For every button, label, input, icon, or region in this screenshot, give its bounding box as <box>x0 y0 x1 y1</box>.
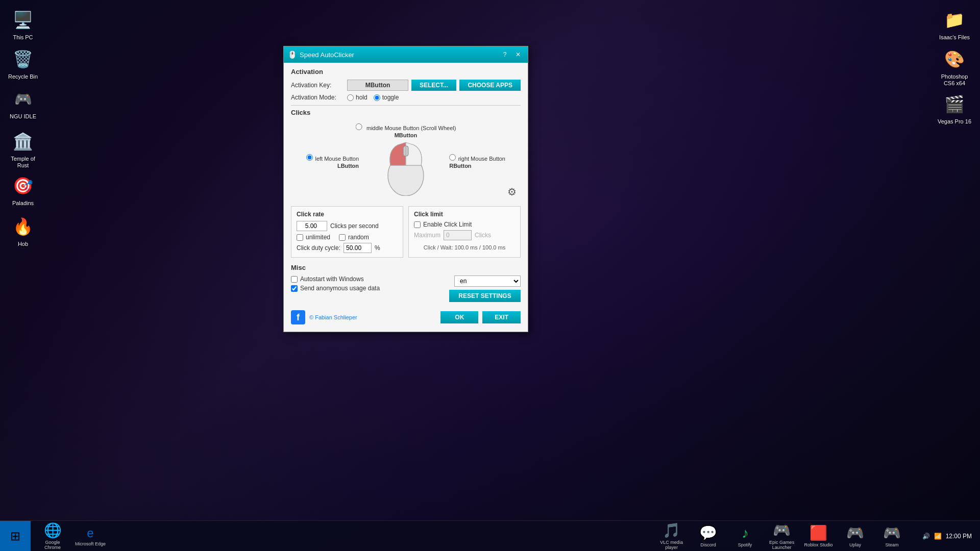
taskbar-roblox[interactable]: 🟥 Roblox Studio <box>801 521 837 551</box>
footer-left: f © Fabian Schlieper <box>291 310 357 324</box>
desktop-icon-hob[interactable]: 🔥 Hob <box>3 212 43 250</box>
temple-rust-label: Temple of Rust <box>5 156 41 169</box>
left-radio[interactable] <box>306 154 313 161</box>
enable-limit-checkbox[interactable] <box>414 221 421 228</box>
help-button[interactable]: ? <box>499 49 510 60</box>
autostart-row: Autostart with Windows <box>291 276 439 283</box>
activation-mode-group: hold toggle <box>347 94 521 101</box>
unlimited-checkbox[interactable] <box>297 234 303 241</box>
taskbar: ⊞ 🌐 Google Chrome e Microsoft Edge 🎵 VLC… <box>0 520 980 551</box>
random-label[interactable]: random <box>348 234 369 241</box>
autoclicker-window: 🖱️ Speed AutoClicker ? ✕ Activation Acti… <box>283 46 528 332</box>
desktop-icon-this-pc[interactable]: 🖥️ This PC <box>3 5 43 43</box>
choose-apps-button[interactable]: CHOOSE APPS <box>459 80 521 91</box>
desktop: 🖥️ This PC 🗑️ Recycle Bin 🎮 NGU IDLE 🏛️ … <box>0 0 980 551</box>
left-btn-area: left Mouse Button LButton <box>306 154 359 169</box>
desktop-icon-ngu-idle[interactable]: 🎮 NGU IDLE <box>3 84 43 122</box>
hold-radio-text: hold <box>356 94 368 101</box>
anonymous-label[interactable]: Send anonymous usage data <box>300 285 380 292</box>
network-icon: 📶 <box>934 533 942 540</box>
epic-taskbar-icon: 🎮 <box>773 522 791 539</box>
temple-rust-icon: 🏛️ <box>11 129 35 154</box>
taskbar-vlc[interactable]: 🎵 VLC media player <box>654 521 690 551</box>
desktop-icon-temple-rust[interactable]: 🏛️ Temple of Rust <box>3 127 43 171</box>
uplay-taskbar-label: Uplay <box>849 542 861 547</box>
window-body: Activation Activation Key: MButton SELEC… <box>284 63 528 332</box>
chrome-taskbar-label: Google Chrome <box>37 540 68 550</box>
epic-taskbar-label: Epic Games Launcher <box>766 540 798 550</box>
exit-button[interactable]: EXIT <box>482 311 521 323</box>
click-rate-input-row: Clicks per second <box>297 221 398 231</box>
recycle-bin-icon: 🗑️ <box>11 47 35 71</box>
autostart-label[interactable]: Autostart with Windows <box>300 276 364 283</box>
toggle-radio-label[interactable]: toggle <box>374 94 399 101</box>
misc-right: en de fr RESET SETTINGS <box>449 276 521 302</box>
taskbar-right: 🔊 📶 12:00 PM <box>914 533 980 540</box>
mouse-area: middle Mouse Button (Scroll Wheel) MButt… <box>291 120 521 202</box>
start-button[interactable]: ⊞ <box>0 521 31 552</box>
click-rate-title: Click rate <box>297 211 398 218</box>
right-radio[interactable] <box>449 154 456 161</box>
steam-taskbar-label: Steam <box>886 542 899 547</box>
window-title: Speed AutoClicker <box>300 51 354 59</box>
window-footer: f © Fabian Schlieper OK EXIT <box>291 307 521 324</box>
click-rate-unit: Clicks per second <box>330 222 379 230</box>
enable-limit-label[interactable]: Enable Click Limit <box>423 221 472 228</box>
taskbar-epic-games[interactable]: 🎮 Epic Games Launcher <box>764 521 800 551</box>
desktop-icon-vegas-pro[interactable]: 🎬 Vegas Pro 16 <box>934 89 975 128</box>
desktop-icon-photoshop[interactable]: 🎨 Photoshop CS6 x64 <box>934 44 975 89</box>
duty-row: Click duty cycle: % <box>297 243 398 253</box>
select-button[interactable]: SELECT... <box>411 80 456 91</box>
taskbar-microsoft-edge[interactable]: e Microsoft Edge <box>72 521 108 551</box>
max-row: Maximum Clicks <box>414 230 515 240</box>
ok-button[interactable]: OK <box>440 311 478 323</box>
duty-input[interactable] <box>344 243 372 253</box>
credit-link[interactable]: © Fabian Schlieper <box>309 314 357 320</box>
language-select[interactable]: en de fr <box>454 276 521 287</box>
middle-radio[interactable] <box>356 123 362 130</box>
toggle-radio[interactable] <box>374 94 380 101</box>
random-checkbox[interactable] <box>339 234 346 241</box>
clicks-title: Clicks <box>291 109 521 116</box>
max-input[interactable] <box>444 230 472 240</box>
chrome-taskbar-icon: 🌐 <box>44 522 62 539</box>
unlimited-label[interactable]: unlimited <box>306 234 330 241</box>
taskbar-steam[interactable]: 🎮 Steam <box>874 521 910 551</box>
taskbar-uplay[interactable]: 🎮 Uplay <box>838 521 873 551</box>
enable-limit-row: Enable Click Limit <box>414 221 515 228</box>
click-rate-input[interactable] <box>297 221 327 231</box>
hold-radio-label[interactable]: hold <box>347 94 368 101</box>
edge-taskbar-label: Microsoft Edge <box>75 541 106 546</box>
roblox-taskbar-icon: 🟥 <box>810 524 827 541</box>
close-button[interactable]: ✕ <box>512 49 524 60</box>
clock: 12:00 PM <box>946 533 972 540</box>
facebook-icon[interactable]: f <box>291 310 305 324</box>
desktop-icon-paladins[interactable]: 🎯 Paladins <box>3 171 43 209</box>
this-pc-icon: 🖥️ <box>11 8 35 32</box>
hold-radio[interactable] <box>347 94 354 101</box>
duty-unit: % <box>375 244 380 252</box>
middle-btn-label: middle Mouse Button (Scroll Wheel) <box>366 125 456 131</box>
right-btn-sublabel: RButton <box>449 163 505 169</box>
system-tray[interactable]: 🔊 <box>922 533 930 540</box>
vlc-taskbar-label: VLC media player <box>656 540 688 550</box>
hob-label: Hob <box>18 241 28 247</box>
reset-settings-button[interactable]: RESET SETTINGS <box>449 290 521 302</box>
toggle-radio-text: toggle <box>382 94 399 101</box>
taskbar-spotify[interactable]: ♪ Spotify <box>727 521 763 551</box>
divider-1 <box>291 105 521 106</box>
discord-taskbar-icon: 💬 <box>699 524 717 541</box>
taskbar-google-chrome[interactable]: 🌐 Google Chrome <box>35 521 70 551</box>
anonymous-checkbox[interactable] <box>291 285 298 292</box>
settings-gear-icon[interactable]: ⚙ <box>507 186 517 198</box>
desktop-icon-recycle-bin[interactable]: 🗑️ Recycle Bin <box>3 44 43 83</box>
desktop-icon-isaacs-files[interactable]: 📁 Isaac's Files <box>934 5 975 43</box>
taskbar-discord[interactable]: 💬 Discord <box>691 521 726 551</box>
unlimited-row: unlimited random <box>297 234 398 241</box>
paladins-icon: 🎯 <box>11 173 35 198</box>
middle-btn-area: middle Mouse Button (Scroll Wheel) MButt… <box>356 123 456 138</box>
activation-section: Activation Activation Key: MButton SELEC… <box>291 68 521 101</box>
app-icon: 🖱️ <box>288 51 297 59</box>
activation-mode-label: Activation Mode: <box>291 94 347 101</box>
autostart-checkbox[interactable] <box>291 276 298 283</box>
